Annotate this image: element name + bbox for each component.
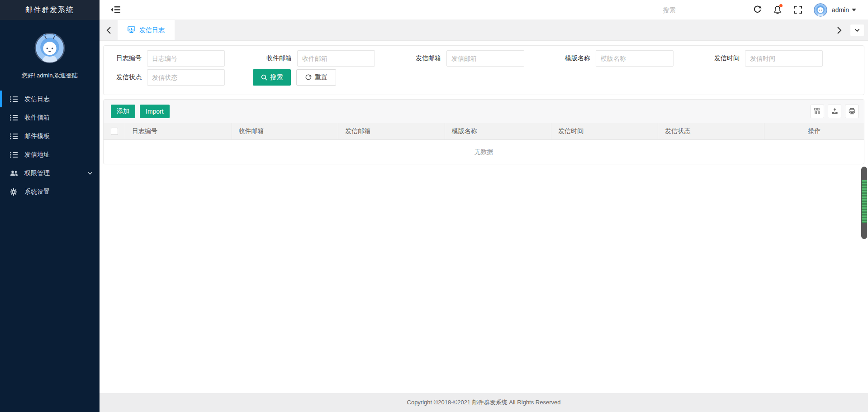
gear-icon: [10, 188, 19, 196]
app-window: 邮件群发系统 您好! admin,欢迎登陆: [0, 0, 868, 412]
column-header-send-status[interactable]: 发信状态: [658, 123, 765, 139]
app-title: 邮件群发系统: [0, 0, 100, 20]
footer: Copyright ©2018-©2021 邮件群发系统 All Rights …: [100, 393, 868, 412]
table-toolbar: 添加 Import: [104, 100, 864, 123]
sidebar-item-settings[interactable]: 系统设置: [0, 182, 100, 201]
table-header-row: 日志编号 收件邮箱 发信邮箱 模版名称 发信时间 发信状态 操作: [104, 123, 864, 140]
user-menu[interactable]: admin: [814, 3, 856, 17]
sidebar-item-send-address[interactable]: 权限管理 发信地址: [0, 145, 100, 164]
tab-label: 发信日志: [139, 26, 165, 34]
table-header-checkbox-cell: [104, 123, 125, 139]
column-header-actions[interactable]: 操作: [764, 123, 864, 139]
column-header-log-id[interactable]: 日志编号: [125, 123, 232, 139]
add-button[interactable]: 添加: [111, 105, 135, 118]
user-avatar: [814, 3, 827, 17]
tab-scroll-right-icon[interactable]: [830, 26, 848, 34]
send-status-input[interactable]: [147, 69, 225, 86]
sidebar-menu: 发信日志 收件信箱 邮件模板 权限管理 发信地址: [0, 90, 100, 201]
list-icon: [10, 133, 19, 139]
monitor-icon: [128, 26, 135, 34]
sidebar-item-label: 发信地址: [24, 151, 50, 159]
sidebar-item-label: 系统设置: [24, 188, 50, 196]
topbar-right: admin: [663, 0, 868, 20]
copyright-text: Copyright ©2018-©2021 邮件群发系统 All Rights …: [407, 398, 561, 407]
column-header-sender-email[interactable]: 发信邮箱: [338, 123, 445, 139]
column-header-recipient-email[interactable]: 收件邮箱: [232, 123, 339, 139]
tabbar: 发信日志: [100, 20, 868, 41]
main-content: 日志编号 收件邮箱 发信邮箱 模版名称 发信时间 发信状态: [100, 41, 868, 393]
caret-down-icon: [852, 9, 856, 11]
field-recipient-email: 收件邮箱: [263, 50, 375, 67]
column-header-send-time[interactable]: 发信时间: [551, 123, 658, 139]
send-time-input[interactable]: [745, 50, 823, 67]
avatar: [34, 33, 65, 63]
reset-button-label: 重置: [315, 73, 327, 81]
field-label: 日志编号: [113, 54, 142, 62]
search-form-card: 日志编号 收件邮箱 发信邮箱 模版名称 发信时间 发信状态: [103, 45, 864, 95]
bell-icon[interactable]: [768, 0, 788, 20]
notification-dot: [779, 4, 783, 7]
welcome-text: 您好! admin,欢迎登陆: [0, 72, 100, 80]
tab-send-log[interactable]: 发信日志: [118, 20, 175, 40]
sidebar-item-send-log[interactable]: 发信日志: [0, 90, 100, 108]
empty-state-text: 无数据: [104, 140, 864, 164]
columns-filter-button[interactable]: [811, 105, 824, 118]
reset-button[interactable]: 重置: [296, 69, 336, 86]
column-header-template-name[interactable]: 模版名称: [445, 123, 552, 139]
list-icon: [10, 152, 19, 158]
sidebar-item-permissions[interactable]: 权限管理: [0, 164, 100, 182]
recipient-email-input[interactable]: [297, 50, 375, 67]
table-tools: [811, 105, 859, 118]
field-send-status: 发信状态: [113, 69, 225, 86]
field-sender-email: 发信邮箱: [412, 50, 524, 67]
sidebar-item-templates[interactable]: 邮件模板: [0, 127, 100, 145]
topbar: admin: [100, 0, 868, 20]
search-button-label: 搜索: [270, 73, 283, 81]
print-button[interactable]: [845, 105, 859, 118]
users-icon: [10, 170, 19, 177]
sidebar-item-label: 收件信箱: [24, 114, 50, 122]
scrollbar-thumb[interactable]: [861, 167, 867, 239]
username: admin: [832, 6, 849, 14]
template-name-input[interactable]: [596, 50, 674, 67]
sidebar-toggle-icon[interactable]: [110, 6, 120, 14]
list-icon: [10, 96, 19, 102]
chevron-down-icon: [88, 172, 92, 175]
import-button[interactable]: Import: [140, 105, 170, 118]
global-search[interactable]: [663, 6, 735, 14]
tab-scroll-left-icon[interactable]: [100, 20, 118, 40]
log-id-input[interactable]: [147, 50, 225, 67]
sender-email-input[interactable]: [446, 50, 524, 67]
data-table-card: 添加 Import 日志编号: [103, 99, 864, 164]
tab-actions-dropdown[interactable]: [850, 24, 864, 36]
select-all-checkbox[interactable]: [111, 128, 118, 135]
field-send-time: 发信时间: [711, 50, 823, 67]
sidebar-item-label: 邮件模板: [24, 132, 50, 140]
sidebar-item-inbox[interactable]: 收件信箱: [0, 108, 100, 127]
field-label: 发信邮箱: [412, 54, 441, 62]
tabbar-right: [830, 20, 868, 40]
field-label: 收件邮箱: [263, 54, 292, 62]
field-label: 发信状态: [113, 73, 142, 81]
search-input[interactable]: [663, 6, 735, 14]
search-button[interactable]: 搜索: [253, 69, 291, 86]
field-label: 发信时间: [711, 54, 740, 62]
sidebar: 邮件群发系统 您好! admin,欢迎登陆: [0, 0, 100, 412]
search-icon: [261, 74, 267, 81]
export-button[interactable]: [828, 105, 841, 118]
sidebar-item-label: 权限管理: [24, 169, 50, 177]
refresh-icon[interactable]: [747, 0, 768, 20]
scrollbar-stripes: [862, 180, 867, 223]
reset-icon: [305, 74, 312, 81]
sidebar-item-label: 发信日志: [24, 95, 50, 103]
fullscreen-icon[interactable]: [788, 0, 808, 20]
field-log-id: 日志编号: [113, 50, 225, 67]
profile-block: 您好! admin,欢迎登陆: [0, 20, 100, 80]
field-label: 模版名称: [561, 54, 590, 62]
list-icon: [10, 115, 19, 121]
field-template-name: 模版名称: [561, 50, 674, 67]
